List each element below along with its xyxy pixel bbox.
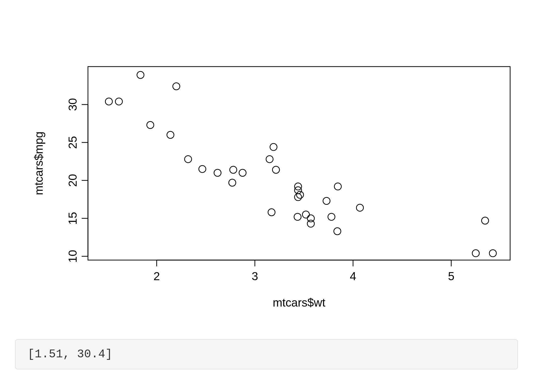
- y-axis-label: mtcars$mpg: [32, 131, 45, 195]
- x-tick-label: 5: [448, 270, 455, 283]
- data-point: [295, 193, 302, 201]
- data-point: [297, 191, 304, 198]
- data-point: [214, 169, 221, 176]
- plot-border: [88, 67, 510, 260]
- y-tick-label: 15: [66, 212, 79, 225]
- data-point: [472, 250, 479, 257]
- data-point: [334, 183, 341, 190]
- data-point: [185, 156, 192, 163]
- y-tick-label: 25: [66, 136, 79, 149]
- data-point: [266, 156, 273, 163]
- x-axis-label: mtcars$wt: [273, 296, 325, 309]
- data-point: [328, 213, 335, 220]
- data-point: [323, 197, 330, 204]
- data-point: [137, 71, 144, 78]
- data-point: [199, 166, 206, 173]
- y-tick-label: 30: [66, 98, 79, 111]
- x-tick-label: 2: [154, 270, 160, 283]
- console-output-text: [1.51, 30.4]: [16, 348, 112, 361]
- console-output-box: [1.51, 30.4]: [15, 339, 518, 369]
- data-point: [356, 204, 363, 211]
- data-point: [272, 166, 279, 173]
- scatter-plot: 23451015202530mtcars$wtmtcars$mpg: [0, 0, 533, 332]
- data-point: [307, 215, 314, 222]
- data-point: [230, 166, 237, 173]
- data-point: [489, 250, 496, 257]
- data-point: [481, 217, 489, 224]
- x-tick-label: 3: [252, 270, 258, 283]
- data-point: [229, 179, 236, 186]
- data-point: [105, 98, 112, 105]
- data-point: [147, 122, 154, 129]
- data-point: [173, 83, 180, 90]
- data-point: [294, 213, 301, 220]
- data-point: [239, 169, 246, 176]
- y-tick-label: 20: [66, 174, 79, 187]
- data-point: [115, 98, 122, 105]
- data-point: [268, 209, 275, 216]
- data-point: [334, 228, 341, 235]
- y-tick-label: 10: [66, 250, 79, 263]
- data-point: [167, 131, 174, 138]
- data-point: [270, 143, 277, 151]
- data-point: [302, 211, 309, 218]
- x-tick-label: 4: [350, 270, 356, 283]
